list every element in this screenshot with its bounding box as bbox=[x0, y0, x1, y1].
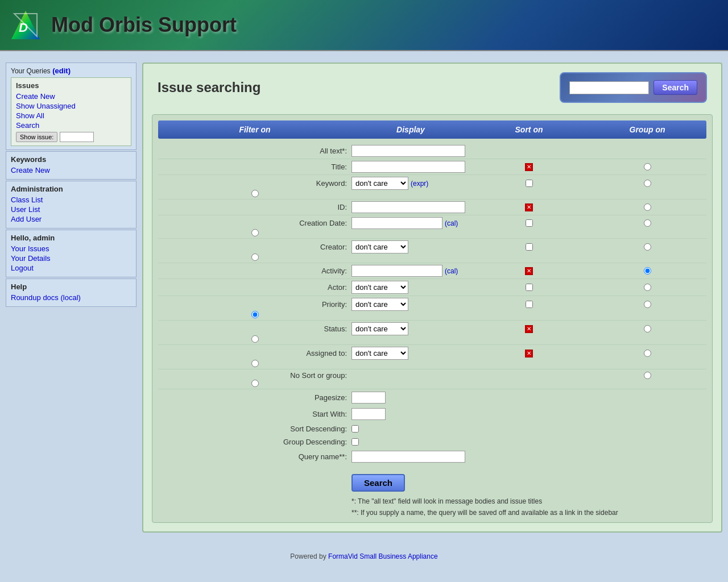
status-display-x[interactable]: ✕ bbox=[525, 325, 533, 333]
all-text-input[interactable] bbox=[351, 145, 465, 157]
header-search-input[interactable] bbox=[569, 81, 649, 94]
footer: Powered by FormaVid Small Business Appli… bbox=[0, 544, 728, 569]
priority-select[interactable]: don't care bbox=[351, 298, 408, 311]
creator-select[interactable]: don't care bbox=[351, 240, 408, 253]
no-sort-radio[interactable] bbox=[644, 372, 651, 379]
keywords-title: Keywords bbox=[11, 155, 131, 164]
assigned-to-group-radio[interactable] bbox=[251, 360, 259, 367]
pagesize-input[interactable]: 50 bbox=[351, 392, 386, 404]
filter-col-header: Filter on bbox=[158, 125, 351, 134]
query-name-label: Query name**: bbox=[169, 452, 351, 461]
creation-date-input[interactable] bbox=[351, 217, 442, 229]
creation-date-cal-link[interactable]: (cal) bbox=[445, 219, 458, 227]
group-descending-row: Group Descending: bbox=[158, 435, 706, 448]
actor-row: Actor: don't care bbox=[158, 279, 706, 296]
activity-cal-link[interactable]: (cal) bbox=[445, 267, 458, 275]
no-group-radio[interactable] bbox=[251, 380, 259, 387]
display-col-header: Display bbox=[351, 125, 470, 134]
status-select[interactable]: don't care bbox=[351, 322, 408, 335]
creation-date-sort-radio[interactable] bbox=[644, 219, 651, 227]
activity-row: Activity: (cal) ✕ bbox=[158, 263, 706, 279]
start-with-input[interactable]: 0 bbox=[351, 408, 386, 420]
creator-group-radio[interactable] bbox=[251, 253, 259, 261]
main-panel: Issue searching Search Filter on Display… bbox=[142, 63, 722, 533]
keyword-sort-radio[interactable] bbox=[644, 180, 651, 187]
content-area: Your Queries (edit) Issues Create New Sh… bbox=[0, 51, 728, 544]
edit-queries-link[interactable]: (edit) bbox=[52, 66, 71, 75]
keyword-select[interactable]: don't care bbox=[351, 177, 408, 190]
sort-descending-label: Sort Descending: bbox=[169, 425, 351, 433]
creator-sort-radio[interactable] bbox=[644, 243, 651, 251]
no-sort-row: No Sort or group: bbox=[158, 369, 706, 389]
show-unassigned-link[interactable]: Show Unassigned bbox=[16, 102, 126, 110]
assigned-to-select[interactable]: don't care bbox=[351, 347, 408, 360]
your-details-link[interactable]: Your Details bbox=[11, 254, 131, 263]
app-title: Mod Orbis Support bbox=[51, 13, 237, 37]
title-input[interactable] bbox=[351, 161, 465, 173]
your-issues-link[interactable]: Your Issues bbox=[11, 244, 131, 253]
actor-select[interactable]: don't care bbox=[351, 281, 408, 294]
query-name-input[interactable] bbox=[351, 451, 465, 463]
pagesize-row: Pagesize: 50 bbox=[158, 389, 706, 406]
title-sort-radio[interactable] bbox=[644, 163, 651, 171]
footer-link[interactable]: FormaVid Small Business Appliance bbox=[328, 552, 438, 560]
search-button[interactable]: Search bbox=[351, 474, 405, 492]
logout-link[interactable]: Logout bbox=[11, 264, 131, 272]
show-all-link[interactable]: Show All bbox=[16, 111, 126, 120]
issues-section: Issues Create New Show Unassigned Show A… bbox=[11, 77, 131, 146]
title-row: Title: ✕ bbox=[158, 159, 706, 175]
group-descending-checkbox[interactable] bbox=[351, 438, 359, 446]
header-search-area: Search bbox=[560, 72, 707, 103]
id-input[interactable] bbox=[351, 201, 465, 213]
creation-date-display-checkbox[interactable] bbox=[526, 219, 533, 227]
sort-descending-row: Sort Descending: bbox=[158, 422, 706, 435]
status-group-radio[interactable] bbox=[251, 335, 259, 343]
user-list-link[interactable]: User List bbox=[11, 205, 131, 214]
creator-display-checkbox[interactable] bbox=[526, 243, 533, 251]
activity-display-x[interactable]: ✕ bbox=[525, 267, 533, 275]
keyword-expr-link[interactable]: (expr) bbox=[411, 180, 428, 188]
header-search-button[interactable]: Search bbox=[653, 80, 697, 95]
roundup-docs-link[interactable]: Roundup docs (local) bbox=[11, 293, 131, 302]
id-label: ID: bbox=[158, 203, 351, 211]
creation-date-label: Creation Date: bbox=[158, 219, 351, 227]
create-new-issue-link[interactable]: Create New bbox=[16, 92, 126, 101]
pagesize-label: Pagesize: bbox=[169, 393, 351, 402]
filter-table-wrapper: Filter on Display Sort on Group on All t… bbox=[152, 114, 713, 523]
note2: **: If you supply a name, the query will… bbox=[351, 509, 706, 517]
title-display-x[interactable]: ✕ bbox=[525, 163, 533, 171]
status-sort-radio[interactable] bbox=[644, 325, 651, 332]
actor-label: Actor: bbox=[158, 283, 351, 292]
id-display-x[interactable]: ✕ bbox=[525, 203, 533, 211]
priority-sort-radio[interactable] bbox=[644, 301, 651, 308]
issues-section-title: Issues bbox=[16, 81, 126, 90]
actor-sort-radio[interactable] bbox=[644, 284, 651, 291]
actor-display-checkbox[interactable] bbox=[526, 284, 533, 291]
show-issue-row: Show issue: bbox=[16, 132, 126, 142]
create-new-keyword-link[interactable]: Create New bbox=[11, 166, 131, 174]
note1: *: The "all text" field will look in mes… bbox=[351, 497, 706, 505]
keyword-group-radio[interactable] bbox=[251, 190, 259, 197]
id-sort-radio[interactable] bbox=[644, 203, 651, 211]
header: D Mod Orbis Support bbox=[0, 0, 728, 51]
class-list-link[interactable]: Class List bbox=[11, 196, 131, 204]
activity-sort-radio[interactable] bbox=[644, 267, 651, 275]
add-user-link[interactable]: Add User bbox=[11, 215, 131, 223]
assigned-to-sort-radio[interactable] bbox=[644, 350, 651, 357]
priority-display-checkbox[interactable] bbox=[526, 301, 533, 308]
show-issue-button[interactable]: Show issue: bbox=[16, 132, 57, 142]
activity-input[interactable] bbox=[351, 265, 442, 277]
show-issue-input[interactable] bbox=[60, 132, 94, 142]
assigned-to-display-x[interactable]: ✕ bbox=[525, 350, 533, 357]
sort-descending-checkbox[interactable] bbox=[351, 425, 359, 433]
priority-group-radio[interactable] bbox=[251, 311, 259, 318]
keyword-row: Keyword: don't care (expr) bbox=[158, 175, 706, 199]
assigned-to-label: Assigned to: bbox=[158, 349, 351, 357]
search-issues-link[interactable]: Search bbox=[16, 121, 126, 130]
creation-date-group-radio[interactable] bbox=[251, 229, 259, 236]
search-button-row: Search bbox=[158, 465, 706, 494]
keyword-display-checkbox[interactable] bbox=[526, 180, 533, 187]
creator-label: Creator: bbox=[158, 243, 351, 251]
creator-row: Creator: don't care bbox=[158, 239, 706, 263]
filter-header-row: Filter on Display Sort on Group on bbox=[158, 120, 706, 139]
